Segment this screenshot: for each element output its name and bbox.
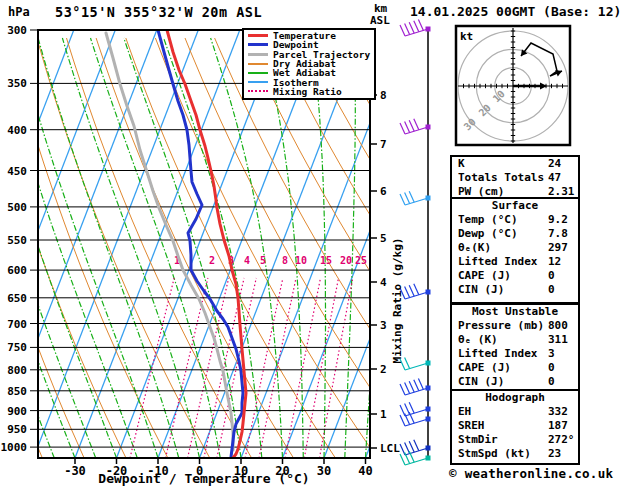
wind-barb — [400, 451, 431, 465]
table-row: Lifted Index3 — [452, 347, 578, 361]
mixing-ratio-label: 8 — [282, 255, 288, 266]
dewpoint-line-swatch — [248, 43, 268, 46]
table-row: Dewp (°C)7.8 — [452, 227, 578, 241]
pressure-tick-label: 300 — [7, 24, 27, 37]
isotherm-line-swatch — [248, 81, 268, 83]
pressure-tick-label: 650 — [7, 292, 27, 305]
hodograph-unit-label: kt — [460, 30, 473, 43]
km-tick-label: 3 — [380, 319, 387, 332]
pressure-tick-label: 900 — [7, 405, 27, 418]
mixing-ratio-line-swatch — [248, 90, 268, 92]
table-header: Most Unstable — [452, 305, 578, 319]
most-unstable-table: Most Unstable Pressure (mb)800 θₑ (K)311… — [450, 303, 580, 393]
pressure-tick-label: 400 — [7, 124, 27, 137]
mixing-ratio-labels: 12345810152025 — [174, 255, 367, 266]
table-row: Temp (°C)9.2 — [452, 213, 578, 227]
mixing-ratio-axis-title: Mixing Ratio (g/kg) — [391, 226, 404, 376]
hodograph-table: Hodograph EH332 SREH187 StmDir272° StmSp… — [450, 389, 580, 465]
km-tick-label: 7 — [380, 138, 387, 151]
table-header: Hodograph — [452, 391, 578, 405]
pressure-axis-unit: hPa — [8, 5, 30, 19]
chart-legend: Temperature Dewpoint Parcel Trajectory D… — [242, 28, 376, 100]
copyright: © weatheronline.co.uk — [449, 466, 613, 481]
wind-barb — [400, 19, 431, 36]
mixing-ratio-label: 20 — [340, 255, 352, 266]
table-row: θₑ (K)311 — [452, 333, 578, 347]
temperature-line-swatch — [248, 34, 268, 37]
wet-adiabat-line-swatch — [248, 72, 268, 74]
wind-barb — [400, 284, 431, 299]
table-row: K24 — [452, 157, 578, 171]
table-row: EH332 — [452, 405, 578, 419]
dry-adiabat-line-swatch — [248, 63, 268, 65]
pressure-tick-label: 800 — [7, 364, 27, 377]
x-axis-title: Dewpoint / Temperature (°C) — [38, 471, 370, 486]
wind-barb-column — [400, 19, 431, 465]
table-row: CAPE (J)0 — [452, 361, 578, 375]
table-row: CIN (J)0 — [452, 283, 578, 297]
pressure-tick-label: 600 — [7, 264, 27, 277]
table-row: CAPE (J)0 — [452, 269, 578, 283]
pressure-tick-label: 700 — [7, 318, 27, 331]
wet-adiabat-lines — [0, 38, 391, 458]
pressure-tick-label: 850 — [7, 385, 27, 398]
table-row: StmSpd (kt)23 — [452, 447, 578, 461]
wind-barb — [400, 119, 431, 134]
mixing-ratio-label: 2 — [209, 255, 215, 266]
km-tick-label: 2 — [380, 363, 387, 376]
pressure-tick-label: 1000 — [1, 441, 28, 454]
table-row: Totals Totals47 — [452, 171, 578, 185]
km-tick-label: 6 — [380, 185, 387, 198]
lcl-label: LCL — [380, 442, 400, 455]
asl-axis-unit: ASL — [370, 14, 390, 27]
km-tick-label: 4 — [380, 276, 387, 289]
table-row: StmDir272° — [452, 433, 578, 447]
station-title: 53°15'N 355°32'W 20m ASL — [55, 4, 262, 20]
pressure-tick-label: 550 — [7, 234, 27, 247]
table-row: SREH187 — [452, 419, 578, 433]
km-tick-label: 1 — [380, 408, 387, 421]
dewpoint-curve — [158, 30, 243, 457]
pressure-tick-label: 750 — [7, 341, 27, 354]
table-header: Surface — [452, 199, 578, 213]
table-row: Lifted Index12 — [452, 255, 578, 269]
wind-barb — [400, 412, 431, 426]
wind-barb — [400, 191, 431, 205]
mixing-ratio-label: 25 — [355, 255, 367, 266]
mixing-ratio-label: 15 — [320, 255, 332, 266]
parcel-line-swatch — [248, 53, 268, 56]
table-row: θₑ(K)297 — [452, 241, 578, 255]
pressure-tick-label: 500 — [7, 201, 27, 214]
pressure-tick-label: 450 — [7, 165, 27, 178]
indices-table: K24 Totals Totals47 PW (cm)2.31 — [450, 155, 580, 201]
surface-table: Surface Temp (°C)9.2 Dewp (°C)7.8 θₑ(K)2… — [450, 197, 580, 304]
mixing-ratio-label: 10 — [295, 255, 307, 266]
sounding-screen: 3003504004505005506006507007508008509009… — [0, 0, 629, 486]
wind-barb — [400, 358, 431, 370]
table-row: CIN (J)0 — [452, 375, 578, 389]
mixing-ratio-label: 5 — [260, 255, 266, 266]
mixing-ratio-label: 4 — [244, 255, 250, 266]
wind-barb — [400, 378, 431, 395]
legend-label: Mixing Ratio — [273, 86, 342, 97]
hodograph-panel: 102030kt — [456, 26, 570, 145]
km-tick-label: 8 — [380, 89, 387, 102]
pressure-tick-label: 350 — [7, 77, 27, 90]
legend-item: Mixing Ratio — [248, 87, 374, 96]
table-row: Pressure (mb)800 — [452, 319, 578, 333]
pressure-tick-label: 950 — [7, 423, 27, 436]
km-tick-label: 5 — [380, 232, 387, 245]
run-date-title: 14.01.2025 00GMT (Base: 12) — [410, 4, 621, 19]
